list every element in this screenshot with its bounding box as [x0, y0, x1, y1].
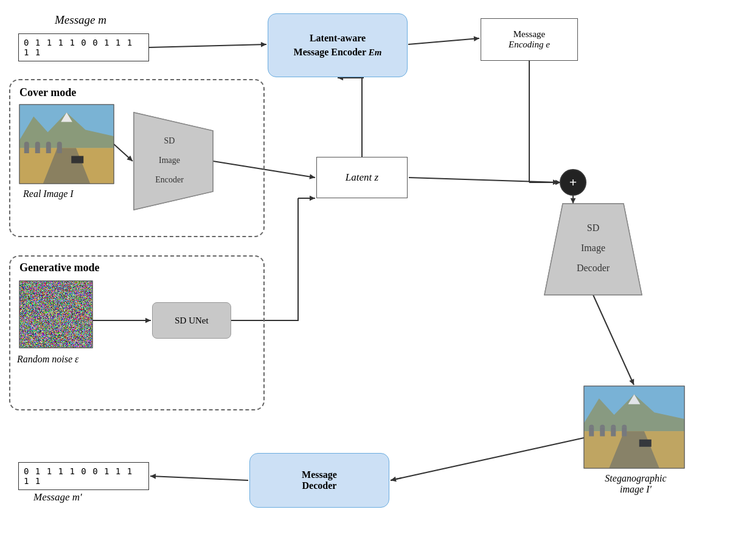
- real-image-label: Real Image I: [23, 188, 74, 199]
- msg-decoder-line2: Decoder: [302, 480, 337, 491]
- message-mprime-label: Message m′: [33, 491, 82, 503]
- latent-encoder-sub: Em: [369, 47, 382, 57]
- generative-mode-label: Generative mode: [19, 261, 99, 274]
- stego-image-label: Steganographic image I′: [575, 473, 697, 495]
- random-noise-label: Random noise ε: [17, 354, 78, 365]
- latent-encoder-line1: Latent-aware: [310, 33, 366, 43]
- cover-mode-dashed-box: [9, 79, 265, 237]
- diagram-container: Message m 0 1 1 1 1 0 0 1 1 1 1 1 Latent…: [0, 0, 730, 560]
- sd-unet-label: SD UNet: [175, 316, 208, 326]
- msg-encoding-line2: Encoding e: [509, 40, 550, 50]
- plus-node: +: [560, 169, 586, 196]
- latent-z-box: Latent z: [316, 157, 408, 198]
- sd-unet-box: SD UNet: [152, 302, 231, 339]
- latent-z-label: Latent z: [346, 171, 378, 184]
- message-encoding-box: Message Encoding e: [481, 18, 578, 61]
- binary-output-box: 0 1 1 1 1 0 0 1 1 1 1 1: [18, 462, 149, 490]
- binary-input-box: 0 1 1 1 1 0 0 1 1 1 1 1: [18, 33, 149, 61]
- msg-decoder-box: Message Decoder: [249, 453, 389, 508]
- cover-mode-label: Cover mode: [19, 86, 76, 99]
- message-m-label: Message m: [55, 13, 106, 27]
- msg-decoder-line1: Message: [302, 469, 337, 480]
- plus-symbol: +: [569, 175, 577, 190]
- latent-encoder-line2: Message Encoder: [294, 47, 366, 57]
- latent-encoder-box: Latent-aware Message Encoder Em: [268, 13, 408, 77]
- msg-encoding-line1: Message: [513, 29, 546, 40]
